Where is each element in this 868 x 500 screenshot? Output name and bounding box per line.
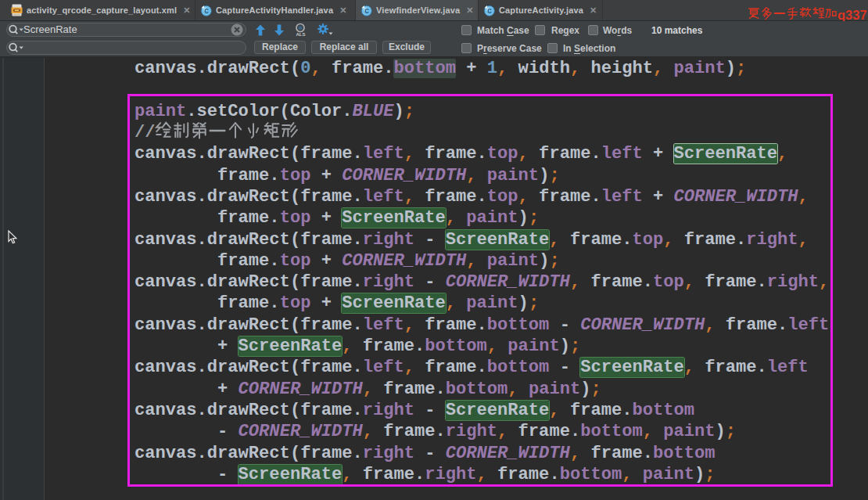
svg-text:q337: q337 [838, 8, 867, 22]
svg-text:c: c [364, 6, 369, 15]
svg-text:c: c [487, 6, 492, 15]
svg-text:c: c [204, 6, 209, 15]
svg-text:ALS: ALS [296, 32, 306, 37]
